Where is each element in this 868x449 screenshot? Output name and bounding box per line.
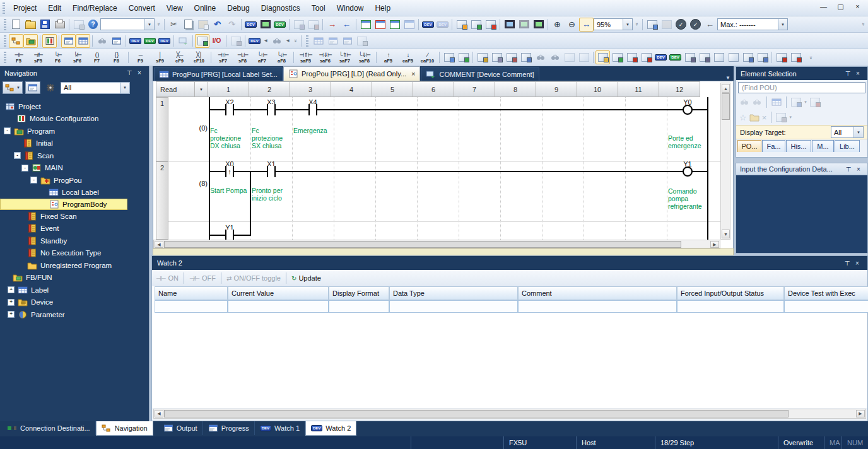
find-contact-icon[interactable] (387, 18, 402, 32)
ladder-tool-sF8[interactable]: ⊣↓⊢sF8 (233, 50, 252, 66)
monitor-mode-icon[interactable] (258, 18, 273, 32)
menu-edit[interactable]: Edit (42, 4, 67, 13)
module-configuration-icon[interactable] (42, 34, 57, 48)
dropdown-icon[interactable]: ▼ (286, 37, 290, 45)
expander-icon[interactable]: + (8, 299, 15, 306)
device-write-icon[interactable]: → (325, 18, 339, 32)
dropdown-icon[interactable]: ▼ (623, 19, 632, 30)
comment-display-icon[interactable] (176, 34, 191, 48)
fb-instance-icon[interactable] (456, 50, 471, 64)
editor-hscrollbar[interactable]: ◀ ▶ (153, 240, 720, 248)
watch-cell[interactable] (389, 300, 518, 313)
menu-project[interactable]: Project (8, 4, 42, 13)
max-steps-combo[interactable]: Max.: -------▼ (717, 18, 788, 30)
paste-icon[interactable] (196, 18, 210, 32)
scroll-left-icon[interactable]: ◀ (155, 410, 163, 417)
ladder-tool-caF5[interactable]: ↓caF5 (398, 50, 418, 66)
pou-window-icon[interactable] (326, 34, 340, 48)
read-mode-dropdown-icon[interactable]: ▼ (194, 81, 208, 97)
tree-item-fb-fun[interactable]: FB/FUN (0, 272, 149, 284)
minimize-button[interactable]: — (815, 1, 832, 13)
pin-icon[interactable]: ⊤ (842, 260, 852, 267)
redo-icon[interactable]: ↷ (225, 18, 239, 32)
tree-item-program[interactable]: -Program (0, 125, 149, 137)
monitor-start-icon[interactable] (502, 18, 517, 32)
navigation-window-icon[interactable] (9, 34, 23, 48)
device-find-icon[interactable]: DEV (128, 34, 143, 48)
cut-icon[interactable]: ✂ (167, 18, 181, 32)
zoom-out-icon[interactable]: ⊖ (565, 18, 579, 32)
list-edit2-icon[interactable] (755, 50, 770, 64)
ladder-tool-F6[interactable]: └⊢F6 (48, 50, 67, 66)
cross-reference-icon[interactable] (402, 18, 416, 32)
tree-item-module-configuration[interactable]: Module Configuration (0, 113, 149, 125)
menu-diagnostics[interactable]: Diagnostics (255, 4, 306, 13)
indent-icon[interactable] (683, 50, 697, 64)
copy-rung-icon[interactable] (519, 50, 533, 64)
watch-cell[interactable] (677, 300, 784, 313)
filter-icon[interactable] (776, 113, 786, 122)
grid-window-icon[interactable] (76, 34, 90, 48)
tree-item-progpou[interactable]: -ProgPou (0, 174, 149, 187)
display-lines-icon[interactable] (595, 50, 610, 64)
find-replace-window-icon[interactable] (109, 34, 124, 48)
tree-item-device[interactable]: +Device (0, 296, 149, 309)
vscroll-thumb[interactable] (722, 93, 730, 120)
menu-online[interactable]: Online (189, 4, 222, 13)
align-icon[interactable] (712, 50, 726, 64)
ladder-tool-aF8[interactable]: └↓⊢aF8 (272, 50, 291, 66)
delete-icon[interactable]: × (762, 114, 767, 122)
tab-favorites[interactable]: Fa... (762, 140, 785, 152)
dropdown-icon[interactable]: ▼ (789, 115, 792, 119)
ladder-tool-saF6[interactable]: ⊣⇓⊢saF6 (315, 50, 335, 66)
editor-vscrollbar[interactable]: ▲ ▼ (720, 83, 730, 240)
scroll-left-icon[interactable]: ◀ (155, 241, 163, 248)
pointer-branch-icon[interactable] (774, 50, 789, 64)
close-icon[interactable]: × (852, 260, 862, 267)
watch-cell[interactable] (784, 300, 868, 313)
tree-filter-combo[interactable]: All▼ (61, 82, 130, 94)
toolbar-overflow-icon[interactable]: » (635, 21, 638, 28)
watch-off-button[interactable]: ⊣∕⊢OFF (189, 274, 216, 282)
scroll-right-icon[interactable]: ▶ (710, 241, 719, 248)
tab-library[interactable]: Lib... (835, 140, 860, 152)
write-mode-icon[interactable] (548, 50, 562, 64)
edit-wrap-icon[interactable] (475, 50, 490, 64)
zoom-in-icon[interactable]: ⊕ (550, 18, 565, 32)
tab-local-label[interactable]: ProgPou [PRG] [Local Label Set... (154, 67, 283, 81)
tab-pou[interactable]: PO... (737, 140, 761, 152)
ladder-tool-saF5[interactable]: ⊣⇑⊢saF5 (296, 50, 315, 66)
expander-icon[interactable]: - (14, 152, 21, 159)
rung-number-2[interactable]: 2 (156, 161, 168, 240)
ladder-tool-sF7[interactable]: ⊣↑⊢sF7 (213, 50, 233, 66)
watch-toggle-button[interactable]: ⇄ON/OFF toggle (226, 274, 281, 282)
contact-x3[interactable] (267, 104, 276, 115)
tab-connection-destination[interactable]: Connection Destinati... (2, 421, 96, 435)
tab-programbody-ld[interactable]: ProgPou [PRG] [LD] (Read Only...× (283, 66, 421, 81)
watch-cell[interactable] (518, 300, 677, 313)
ladder-tool-sF5[interactable]: ⊣∕⊢sF5 (28, 50, 48, 66)
tree-item-local-label[interactable]: Local Label (0, 187, 149, 199)
edit-mode-icon[interactable] (195, 34, 209, 48)
tree-item-parameter[interactable]: +Parameter (0, 308, 149, 321)
insert-element-icon[interactable] (791, 98, 801, 107)
copy-icon[interactable] (181, 18, 196, 32)
close-icon[interactable]: × (853, 70, 863, 77)
watch-update-button[interactable]: ↻Update (291, 274, 321, 282)
tab-watch-1[interactable]: DEVWatch 1 (255, 421, 305, 435)
toolbar-overflow-icon[interactable]: » (862, 21, 865, 28)
inline-st-icon[interactable] (442, 50, 456, 64)
monitor-stop-rung-icon[interactable] (577, 50, 591, 64)
close-button[interactable]: × (849, 1, 866, 13)
statement-icon[interactable] (454, 18, 469, 32)
list-edit-icon[interactable] (741, 50, 755, 64)
device-jump2-icon[interactable]: DEV (668, 50, 683, 64)
device-list-icon[interactable]: DEV (143, 34, 157, 48)
expander-icon[interactable]: + (8, 286, 15, 293)
find-device-icon[interactable] (358, 18, 373, 32)
ladder-tool-aF7[interactable]: └↑⊢aF7 (252, 50, 272, 66)
monitor-stop-icon[interactable] (517, 18, 531, 32)
find-next-icon[interactable] (752, 98, 762, 107)
monitor-rung-icon[interactable] (562, 50, 577, 64)
hscroll-thumb[interactable] (164, 410, 789, 417)
